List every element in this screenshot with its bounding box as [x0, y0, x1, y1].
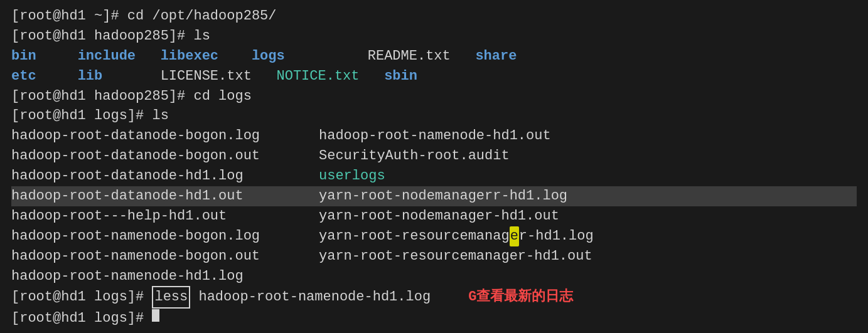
file-row-5: hadoop-root---help-hd1.outyarn-root-node…	[11, 206, 857, 226]
file-col1-8: hadoop-root-namenode-hd1.log	[11, 267, 319, 287]
cursor-blink	[152, 309, 159, 322]
less-command-boxed: less	[152, 286, 190, 309]
file-row-8: hadoop-root-namenode-hd1.log	[11, 267, 857, 287]
ls-readme: README.txt	[368, 46, 451, 66]
annotation-g-view: G查看最新的日志	[468, 287, 573, 307]
ls-bin: bin	[11, 46, 36, 66]
prompt-6: [root@hd1 logs]#	[11, 309, 152, 329]
file-col1-1: hadoop-root-datanode-bogon.log	[11, 126, 319, 146]
line-cd-logs: [root@hd1 hadoop285]# cd logs	[11, 87, 857, 107]
prompt-5: [root@hd1 logs]#	[11, 287, 152, 307]
file-col2-4-nodemanager-log: yarn-root-nodemanager	[319, 186, 493, 206]
file-col1-6: hadoop-root-namenode-bogon.log	[11, 226, 319, 246]
ls-share: share	[475, 46, 517, 66]
prompt-4: [root@hd1 logs]#	[11, 106, 152, 126]
file-col2-3-userlogs: userlogs	[319, 166, 385, 186]
file-col2-7: yarn-root-resourcemanager-hd1.out	[319, 246, 592, 267]
file-col1-5: hadoop-root---help-hd1.out	[11, 206, 319, 226]
file-col2-1: hadoop-root-namenode-hd1.out	[319, 126, 551, 146]
cmd-2: ls	[193, 26, 210, 46]
ls-include: include	[78, 46, 136, 66]
cmd-4: ls	[152, 106, 168, 126]
line-cd-hadoop: [root@hd1 ~]# cd /opt/hadoop285/	[11, 6, 857, 26]
line-ls-logs: [root@hd1 logs]# ls	[11, 106, 857, 126]
file-listing: hadoop-root-datanode-bogon.loghadoop-roo…	[11, 126, 857, 286]
line-less: [root@hd1 logs]# less hadoop-root-nameno…	[11, 286, 857, 309]
ls-license: LICENSE.txt	[161, 66, 252, 87]
file-col2-5: yarn-root-nodemanager-hd1.out	[319, 206, 559, 226]
ls-output-row1: bin include libexec logs README.txt shar…	[11, 46, 857, 66]
ls-lib: lib	[78, 66, 103, 87]
file-row-6: hadoop-root-namenode-bogon.logyarn-root-…	[11, 226, 857, 246]
ls-etc: etc	[11, 66, 36, 87]
file-row-2: hadoop-root-datanode-bogon.outSecurityAu…	[11, 146, 857, 166]
file-col1-4: hadoop-root-datanode-hd1.out	[11, 186, 319, 206]
line-ls-1: [root@hd1 hadoop285]# ls	[11, 26, 857, 46]
ls-logs: logs	[252, 46, 285, 66]
file-col2-4-suffix: r-hd1.log	[493, 186, 567, 206]
ls-sbin: sbin	[384, 66, 417, 87]
file-col1-7: hadoop-root-namenode-bogon.out	[11, 246, 319, 267]
ls-libexec: libexec	[161, 46, 218, 66]
file-col2-6-rm-log-suffix: r-hd1.log	[519, 226, 594, 246]
cmd-less-arg: hadoop-root-namenode-hd1.log	[190, 287, 431, 307]
ls-output-row2: etc lib LICENSE.txt NOTICE.txt sbin	[11, 66, 857, 87]
cmd-1: cd /opt/hadoop285/	[127, 6, 277, 26]
file-col2-2: SecurityAuth-root.audit	[319, 146, 510, 166]
file-col2-6-rm-log: yarn-root-resourcemanag	[319, 226, 510, 246]
terminal: [root@hd1 ~]# cd /opt/hadoop285/ [root@h…	[0, 0, 868, 333]
file-col1-2: hadoop-root-datanode-bogon.out	[11, 146, 319, 166]
prompt-1: [root@hd1 ~]#	[11, 6, 127, 26]
file-row-7: hadoop-root-namenode-bogon.outyarn-root-…	[11, 246, 857, 267]
prompt-3: [root@hd1 hadoop285]#	[11, 87, 193, 107]
file-col1-3: hadoop-root-datanode-hd1.log	[11, 166, 319, 186]
file-row-3: hadoop-root-datanode-hd1.loguserlogs	[11, 166, 857, 186]
line-final-prompt: [root@hd1 logs]#	[11, 309, 857, 329]
prompt-2: [root@hd1 hadoop285]#	[11, 26, 193, 46]
file-row-4: hadoop-root-datanode-hd1.outyarn-root-no…	[11, 186, 857, 206]
file-row-1: hadoop-root-datanode-bogon.loghadoop-roo…	[11, 126, 857, 146]
cmd-3: cd logs	[193, 87, 251, 107]
ls-notice: NOTICE.txt	[277, 66, 360, 87]
cursor-highlight: e	[510, 226, 519, 246]
